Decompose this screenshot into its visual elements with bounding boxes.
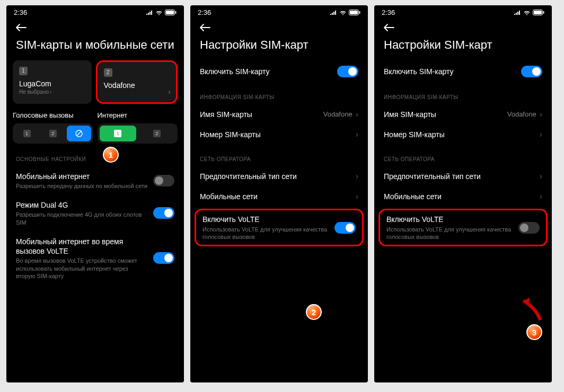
item-sim-name[interactable]: Имя SIM-карты Vodafone › <box>374 104 552 124</box>
wifi-icon <box>523 10 531 15</box>
sim2-name: Vodafone <box>104 81 170 90</box>
internet-sim2-pill[interactable]: 2 <box>138 126 175 141</box>
mi-volte-sub: Во время вызовов VoLTE устройство сможет… <box>16 257 148 280</box>
back-row <box>6 19 184 37</box>
battery-icon <box>533 10 544 15</box>
toggle-volte-off[interactable] <box>518 222 540 234</box>
item-enable-sim[interactable]: Включить SIM-карту <box>190 60 368 83</box>
item-pref-network[interactable]: Предпочтительный тип сети › <box>374 166 552 186</box>
chevron-icon: › <box>540 110 542 119</box>
phone-screen-2: 2:36 Настройки SIM-карт Включить SIM-кар… <box>190 5 368 382</box>
callout-2: 2 <box>306 304 322 320</box>
status-icons <box>514 10 544 15</box>
chevron-icon: › <box>356 192 358 201</box>
signal-icon <box>330 10 337 15</box>
callout-1: 1 <box>103 147 119 163</box>
volte-sub: Использовать VoLTE для улучшения качеств… <box>202 226 329 241</box>
sim-card-2[interactable]: 2 Vodafone › <box>96 60 178 104</box>
mobile-nets-title: Мобильные сети <box>200 192 350 201</box>
back-button[interactable] <box>200 24 209 31</box>
battery-icon <box>349 10 360 15</box>
sim-badge-1: 1 <box>19 67 28 75</box>
volte-title: Включить VoLTE <box>386 215 513 224</box>
item-mobile-networks[interactable]: Мобильные сети › <box>190 186 368 207</box>
svg-rect-10 <box>543 11 544 14</box>
svg-rect-2 <box>175 11 177 14</box>
sim-card-row: 1 LugaCom Не выбрано › 2 Vodafone › <box>6 60 184 111</box>
item-mi-volte[interactable]: Мобильный интернет во время вызовов VoLT… <box>6 231 184 285</box>
voice-ask-pill[interactable] <box>67 126 91 141</box>
sim-card-1[interactable]: 1 LugaCom Не выбрано › <box>13 60 92 104</box>
section-sim-info: ИНФОРМАЦИЯ SIM-КАРТЫ <box>374 83 552 104</box>
svg-rect-6 <box>350 11 358 14</box>
enable-sim-title: Включить SIM-карту <box>384 67 516 76</box>
mobile-nets-title: Мобильные сети <box>384 192 534 201</box>
phone-screen-1: 2:36 SIM-карты и мобильные сети 1 LugaCo… <box>6 5 184 382</box>
internet-pill-row: 1 2 <box>98 123 178 144</box>
sim2-sub <box>104 91 170 97</box>
back-row <box>190 19 368 37</box>
status-time: 2:36 <box>198 8 211 16</box>
svg-line-4 <box>77 131 81 136</box>
page-title: Настройки SIM-карт <box>374 37 552 60</box>
back-button[interactable] <box>16 24 25 31</box>
sim-badge-2: 2 <box>104 68 112 77</box>
item-sim-name[interactable]: Имя SIM-карты Vodafone › <box>190 104 368 124</box>
signal-icon <box>146 10 153 15</box>
back-row <box>374 19 552 37</box>
phone-screen-3: 2:36 Настройки SIM-карт Включить SIM-кар… <box>374 5 552 382</box>
item-sim-number[interactable]: Номер SIM-карты › <box>190 124 368 145</box>
voice-sim2-pill[interactable]: 2 <box>41 126 65 141</box>
chevron-icon: › <box>356 110 358 119</box>
sim-name-title: Имя SIM-карты <box>384 110 502 119</box>
voice-sim1-pill[interactable]: 1 <box>15 126 39 141</box>
page-title: SIM-карты и мобильные сети <box>6 37 184 60</box>
toggle-volte[interactable] <box>334 222 356 234</box>
mobile-internet-title: Мобильный интернет <box>16 172 148 181</box>
item-enable-sim[interactable]: Включить SIM-карту <box>374 60 552 83</box>
section-sim-info: ИНФОРМАЦИЯ SIM-КАРТЫ <box>190 83 368 104</box>
toggle-mi-volte[interactable] <box>153 252 174 264</box>
item-pref-network[interactable]: Предпочтительный тип сети › <box>190 166 368 186</box>
sim-number-title: Номер SIM-карты <box>200 130 350 139</box>
status-bar: 2:36 <box>190 5 368 19</box>
enable-sim-title: Включить SIM-карту <box>200 67 332 76</box>
item-mobile-networks[interactable]: Мобильные сети › <box>374 186 552 207</box>
internet-sim1-pill[interactable]: 1 <box>100 126 137 141</box>
toggle-enable-sim[interactable] <box>337 66 358 77</box>
svg-marker-11 <box>523 298 530 306</box>
internet-label: Интернет <box>98 111 178 119</box>
status-time: 2:36 <box>382 8 395 16</box>
status-bar: 2:36 <box>6 5 184 19</box>
mobile-internet-sub: Разрешить передачу данных по мобильной с… <box>16 182 148 190</box>
back-button[interactable] <box>384 24 393 31</box>
item-mobile-internet[interactable]: Мобильный интернет Разрешить передачу да… <box>6 166 184 195</box>
chevron-icon: › <box>356 130 358 139</box>
item-volte[interactable]: Включить VoLTE Использовать VoLTE для ул… <box>380 210 546 245</box>
toggle-mobile-internet[interactable] <box>153 175 174 186</box>
chevron-icon: › <box>540 130 542 139</box>
status-time: 2:36 <box>14 8 27 16</box>
item-volte[interactable]: Включить VoLTE Использовать VoLTE для ул… <box>196 210 362 245</box>
sim-name-title: Имя SIM-карты <box>200 110 318 119</box>
wifi-icon <box>339 10 347 15</box>
toggle-enable-sim[interactable] <box>521 66 542 77</box>
voice-pill-row: 1 2 <box>13 123 93 144</box>
item-sim-number[interactable]: Номер SIM-карты › <box>374 124 552 145</box>
volte-title: Включить VoLTE <box>202 215 329 224</box>
chevron-icon: › <box>540 192 542 201</box>
sim-number-title: Номер SIM-карты <box>384 130 534 139</box>
callout-3: 3 <box>526 324 542 340</box>
pref-net-title: Предпочтительный тип сети <box>384 172 534 181</box>
sim1-name: LugaCom <box>19 79 85 88</box>
item-dual-4g[interactable]: Режим Dual 4G Разрешить подключение 4G д… <box>6 195 184 231</box>
sim-name-value: Vodafone <box>323 110 352 118</box>
dual4g-title: Режим Dual 4G <box>16 200 148 210</box>
pref-net-title: Предпочтительный тип сети <box>200 172 350 181</box>
toggle-dual-4g[interactable] <box>153 207 174 219</box>
chevron-icon: › <box>356 172 358 181</box>
volte-sub: Использовать VoLTE для улучшения качеств… <box>386 226 513 241</box>
voice-calls-label: Голосовые вызовы <box>13 111 93 119</box>
wifi-icon <box>155 10 163 15</box>
sim1-sub: Не выбрано › <box>19 89 85 95</box>
